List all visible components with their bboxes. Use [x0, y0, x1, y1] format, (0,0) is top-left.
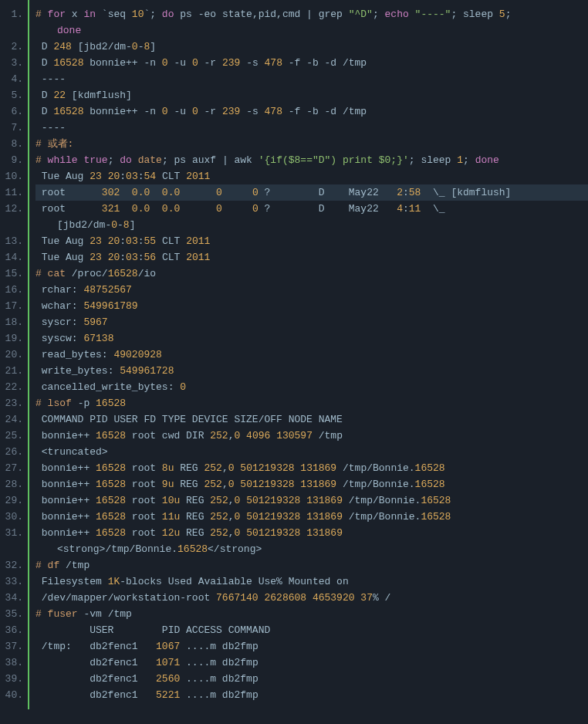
code-token: 501219328 [246, 527, 300, 539]
code-token: COMMAND PID USER FD TYPE DEVICE SIZE/OFF… [35, 414, 343, 425]
line-number: 35. [0, 606, 23, 622]
code-token: 67138 [83, 333, 113, 344]
line-number: 11. [0, 184, 23, 201]
code-token: -p [72, 398, 96, 409]
code-line: # df /tmp [35, 557, 588, 573]
code-token: root [126, 495, 162, 506]
code-token: 5 [499, 8, 505, 20]
code-token: Tue Aug [35, 235, 90, 247]
code-token: 0 [252, 187, 259, 198]
code-token: `; [144, 8, 161, 20]
code-token: 131869 [306, 527, 343, 539]
code-token [150, 187, 162, 198]
code-token: 10u [162, 495, 180, 506]
code-token: `seq [96, 8, 132, 20]
code-token: df [48, 560, 60, 571]
code-line: # 或者: [35, 136, 588, 152]
code-token: 0.0 [162, 203, 180, 215]
line-number: 8. [0, 136, 23, 152]
code-token [222, 187, 252, 198]
code-token: /proc/ [66, 268, 108, 279]
code-token: /tmp [313, 430, 343, 442]
code-token: x [66, 8, 83, 20]
code-token: ....m db2fmp [180, 689, 258, 701]
code-token: in [83, 8, 96, 20]
code-token: 55 [144, 235, 157, 247]
code-token: 501219328 [240, 479, 294, 490]
line-number: 31. [0, 525, 23, 541]
code-token: -r [198, 57, 222, 69]
code-token: wchar: [35, 300, 83, 312]
line-number: 16. [0, 282, 23, 298]
code-token: for [48, 8, 66, 20]
code-token: Tue Aug [35, 171, 90, 182]
code-token: -f -b -d /tmp [282, 57, 367, 69]
code-token: done [475, 154, 499, 166]
code-token: 16528 [415, 462, 445, 474]
code-token: syscr: [35, 316, 83, 328]
code-token: D [35, 57, 53, 69]
code-token: ? D May22 [259, 187, 397, 198]
code-line: # while true; do date; ps auxf | awk '{i… [35, 152, 588, 168]
code-content[interactable]: # for x in `seq 10`; do ps -eo state,pid… [29, 0, 588, 709]
code-token: bonnie++ -n [83, 106, 161, 117]
code-token: write_bytes: [35, 365, 120, 377]
code-token: ? D May22 [259, 203, 397, 215]
code-token: 11u [162, 511, 180, 523]
code-token: 20 [108, 235, 120, 247]
code-token: true [83, 154, 107, 166]
line-number: 24. [0, 411, 23, 428]
code-line: ---- [35, 71, 588, 87]
code-token: bonnie++ [35, 430, 96, 442]
code-token: ; [463, 154, 475, 166]
code-token: REG [180, 511, 210, 523]
code-token: 131869 [306, 511, 343, 523]
code-token: 2 [397, 187, 403, 198]
code-token: USER PID ACCESS COMMAND [35, 624, 270, 636]
code-token: 2011 [186, 252, 210, 263]
line-number: 38. [0, 655, 23, 671]
code-token: 23 [90, 235, 102, 247]
code-token: /io [138, 268, 156, 279]
code-token: 0.0 [162, 187, 180, 198]
line-number: 19. [0, 330, 23, 347]
code-token: 16528 [96, 527, 126, 539]
code-token: 20 [108, 171, 120, 182]
code-token: 1K [108, 576, 120, 587]
code-token: root [35, 203, 102, 215]
code-line-wrap: done [35, 22, 588, 39]
code-token: 131869 [300, 479, 336, 490]
code-line: ---- [35, 120, 588, 136]
code-token: , [222, 462, 228, 474]
code-line: syscr: 5967 [35, 314, 588, 330]
code-token: 252 [210, 430, 228, 442]
code-line: bonnie++ 16528 root 8u REG 252,0 5012193… [35, 460, 588, 476]
code-token: bonnie++ [35, 527, 96, 539]
line-number: 3. [0, 55, 23, 71]
code-block: 1.2.3.4.5.6.7.8.9.10.11.12.13.14.15.16.1… [0, 0, 588, 709]
code-token: fuser [48, 608, 78, 620]
code-token [300, 527, 306, 539]
code-token: 478 [265, 106, 282, 117]
code-line: Tue Aug 23 20:03:56 CLT 2011 [35, 249, 588, 266]
code-line: root 321 0.0 0.0 0 0 ? D May22 4:11 \_ [35, 201, 588, 217]
line-number: 10. [0, 168, 23, 184]
code-token: 131869 [306, 495, 343, 506]
code-token: 0 [180, 381, 186, 393]
code-token: 2628608 [264, 592, 306, 604]
code-token [102, 252, 108, 263]
code-token [132, 154, 138, 166]
code-token: # [35, 8, 48, 20]
code-token: 0 [252, 203, 259, 215]
code-token: 5967 [83, 316, 107, 328]
line-number: 15. [0, 266, 23, 282]
code-token: -vm /tmp [78, 608, 132, 620]
code-token: 1 [457, 154, 463, 166]
line-number: 18. [0, 314, 23, 330]
code-token: 03 [126, 171, 138, 182]
line-number: 17. [0, 298, 23, 314]
code-token: 16528 [421, 511, 451, 523]
code-token: : [403, 203, 409, 215]
code-token: ; sleep [409, 154, 457, 166]
code-token: /tmp/Bonnie. [336, 479, 414, 490]
